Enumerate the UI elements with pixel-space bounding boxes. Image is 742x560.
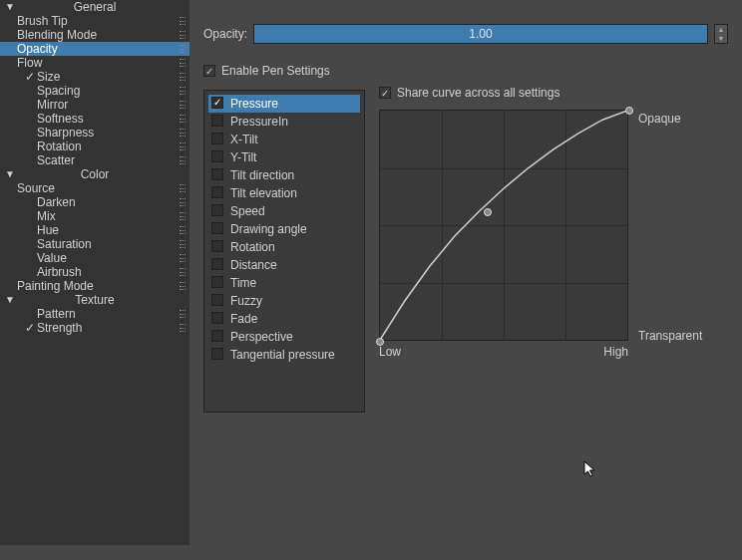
sidebar-item-label: Strength: [37, 321, 82, 335]
opacity-slider[interactable]: 1.00: [253, 24, 708, 44]
opacity-value: 1.00: [254, 25, 707, 43]
sidebar-item-source[interactable]: Source: [0, 181, 189, 195]
sensor-checkbox[interactable]: [211, 258, 223, 270]
drag-handle-icon[interactable]: [180, 240, 186, 248]
drag-handle-icon[interactable]: [180, 184, 186, 192]
sensor-checkbox[interactable]: [211, 115, 223, 127]
sensor-item-speed[interactable]: Speed: [208, 202, 360, 220]
sensor-item-tilt-direction[interactable]: Tilt direction: [208, 166, 360, 184]
sidebar-item-mix[interactable]: Mix: [0, 209, 189, 223]
sidebar-item-rotation[interactable]: Rotation: [0, 140, 189, 153]
sidebar-item-size[interactable]: ✓Size: [0, 70, 189, 84]
drag-handle-icon[interactable]: [180, 324, 186, 332]
sensor-checkbox[interactable]: [211, 348, 223, 360]
sidebar-item-softness[interactable]: Softness: [0, 112, 189, 126]
sidebar-item-saturation[interactable]: Saturation: [0, 237, 189, 251]
drag-handle-icon[interactable]: [180, 129, 186, 137]
drag-handle-icon[interactable]: [180, 282, 186, 290]
sensor-item-distance[interactable]: Distance: [208, 256, 360, 274]
drag-handle-icon[interactable]: [180, 115, 186, 123]
sidebar-item-brush-tip[interactable]: Brush Tip: [0, 14, 189, 28]
drag-handle-icon[interactable]: [180, 212, 186, 220]
sidebar-item-strength[interactable]: ✓Strength: [0, 321, 189, 335]
drag-handle-icon[interactable]: [180, 45, 186, 53]
sensor-checkbox[interactable]: [211, 168, 223, 180]
sensor-label: Fuzzy: [230, 294, 262, 308]
sensor-checkbox[interactable]: [211, 150, 223, 162]
sensor-label: Perspective: [230, 330, 293, 344]
drag-handle-icon[interactable]: [180, 17, 186, 25]
sensor-checkbox[interactable]: [211, 330, 223, 342]
opacity-spinner[interactable]: ▲ ▼: [714, 24, 728, 44]
drag-handle-icon[interactable]: [180, 73, 186, 81]
sensor-item-perspective[interactable]: Perspective: [208, 328, 360, 346]
drag-handle-icon[interactable]: [180, 87, 186, 95]
drag-handle-icon[interactable]: [180, 268, 186, 276]
section-header[interactable]: ▼Texture: [0, 293, 189, 307]
spinner-up-icon[interactable]: ▲: [715, 25, 727, 34]
enable-pen-checkbox[interactable]: ✓: [203, 65, 215, 77]
sensor-item-tangential-pressure[interactable]: Tangential pressure: [208, 346, 360, 364]
sidebar-item-label: Darken: [37, 195, 76, 209]
sidebar-item-painting-mode[interactable]: Painting Mode: [0, 279, 189, 293]
sensor-item-time[interactable]: Time: [208, 274, 360, 292]
section-title: General: [74, 0, 117, 14]
sensor-item-fade[interactable]: Fade: [208, 310, 360, 328]
section-header[interactable]: ▼Color: [0, 167, 189, 181]
sidebar-item-mirror[interactable]: Mirror: [0, 98, 189, 112]
sensor-checkbox[interactable]: [211, 204, 223, 216]
sensor-item-rotation[interactable]: Rotation: [208, 238, 360, 256]
sensor-checkbox[interactable]: [211, 186, 223, 198]
sensor-item-drawing-angle[interactable]: Drawing angle: [208, 220, 360, 238]
spinner-down-icon[interactable]: ▼: [715, 34, 727, 43]
curve-node[interactable]: [376, 338, 384, 346]
sensor-item-fuzzy[interactable]: Fuzzy: [208, 292, 360, 310]
drag-handle-icon[interactable]: [180, 310, 186, 318]
sidebar-item-airbrush[interactable]: Airbrush: [0, 265, 189, 279]
sensor-list: ✓PressurePressureInX-TiltY-TiltTilt dire…: [203, 90, 365, 413]
sensor-item-x-tilt[interactable]: X-Tilt: [208, 131, 360, 148]
sidebar-item-scatter[interactable]: Scatter: [0, 153, 189, 167]
sidebar-item-label: Saturation: [37, 237, 92, 251]
drag-handle-icon[interactable]: [180, 156, 186, 164]
drag-handle-icon[interactable]: [180, 142, 186, 150]
sensor-item-pressurein[interactable]: PressureIn: [208, 113, 360, 131]
sidebar-item-darken[interactable]: Darken: [0, 195, 189, 209]
share-curve-row[interactable]: ✓ Share curve across all settings: [379, 86, 728, 100]
sidebar-item-spacing[interactable]: Spacing: [0, 84, 189, 98]
curve-x-left-label: Low: [379, 345, 401, 359]
sensor-checkbox[interactable]: [211, 294, 223, 306]
sensor-checkbox[interactable]: [211, 240, 223, 252]
drag-handle-icon[interactable]: [180, 101, 186, 109]
sensor-checkbox[interactable]: ✓: [211, 97, 223, 109]
sidebar-item-blending-mode[interactable]: Blending Mode: [0, 28, 189, 42]
drag-handle-icon[interactable]: [180, 254, 186, 262]
share-curve-label: Share curve across all settings: [397, 86, 559, 100]
sensor-item-tilt-elevation[interactable]: Tilt elevation: [208, 184, 360, 202]
sensor-checkbox[interactable]: [211, 222, 223, 234]
enable-pen-row[interactable]: ✓ Enable Pen Settings: [203, 64, 728, 78]
sidebar-item-value[interactable]: Value: [0, 251, 189, 265]
share-curve-checkbox[interactable]: ✓: [379, 87, 391, 99]
sensor-label: PressureIn: [230, 115, 288, 129]
sidebar-item-label: Source: [17, 181, 55, 195]
drag-handle-icon[interactable]: [180, 226, 186, 234]
curve-node[interactable]: [484, 208, 492, 216]
sidebar-item-flow[interactable]: Flow: [0, 56, 189, 70]
drag-handle-icon[interactable]: [180, 59, 186, 67]
sensor-checkbox[interactable]: [211, 312, 223, 324]
sensor-item-pressure[interactable]: ✓Pressure: [208, 95, 360, 113]
curve-node[interactable]: [625, 107, 633, 115]
sidebar-item-sharpness[interactable]: Sharpness: [0, 126, 189, 140]
sensor-checkbox[interactable]: [211, 133, 223, 144]
sensor-item-y-tilt[interactable]: Y-Tilt: [208, 148, 360, 166]
curve-editor[interactable]: [379, 110, 628, 341]
sidebar-item-opacity[interactable]: Opacity: [0, 42, 189, 56]
curve-path: [380, 111, 627, 340]
sensor-checkbox[interactable]: [211, 276, 223, 288]
drag-handle-icon[interactable]: [180, 198, 186, 206]
sidebar-item-hue[interactable]: Hue: [0, 223, 189, 237]
sidebar-item-pattern[interactable]: Pattern: [0, 307, 189, 321]
drag-handle-icon[interactable]: [180, 31, 186, 39]
section-header[interactable]: ▼General: [0, 0, 189, 14]
